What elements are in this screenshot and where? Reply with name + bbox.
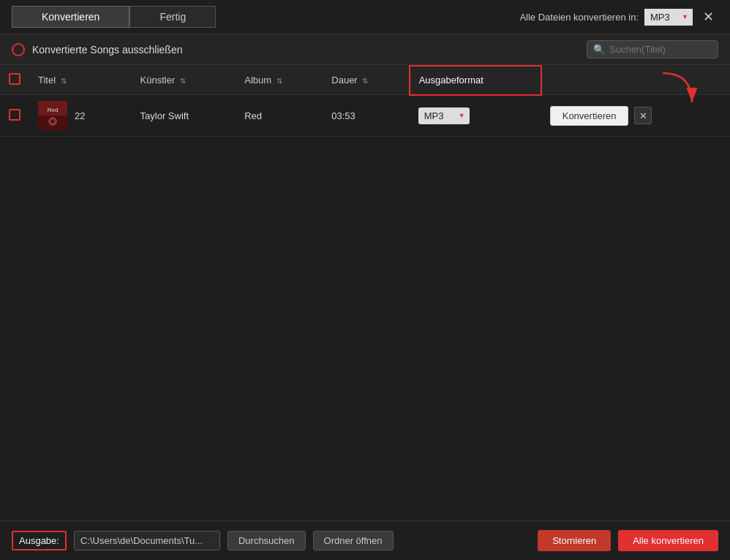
row-album-cell: Red (236, 95, 323, 137)
song-title: 22 (75, 110, 85, 121)
table-row: Red 22 Taylor Swift Red 03:53 (0, 95, 730, 137)
header-artist-col[interactable]: Künstler ⇅ (132, 66, 236, 95)
all-files-label: Alle Dateien konvertieren in: (519, 12, 639, 23)
tab-group: Konvertieren Fertig (12, 6, 216, 28)
artist-sort-icon: ⇅ (180, 77, 186, 85)
row-format-cell: MP3 AAC FLAC WAV M4A (410, 95, 541, 137)
global-format-select[interactable]: MP3 AAC FLAC WAV M4A (644, 9, 693, 26)
filter-bar: Konvertierte Songs ausschließen 🔍 (0, 34, 730, 65)
row-checkbox[interactable] (9, 109, 20, 121)
svg-point-4 (51, 120, 54, 123)
row-format-dropdown[interactable]: MP3 AAC FLAC WAV M4A (418, 107, 470, 124)
header-title-col[interactable]: Titel ⇅ (29, 66, 132, 95)
title-sort-icon: ⇅ (61, 77, 67, 85)
table-area: Titel ⇅ Künstler ⇅ Album ⇅ Dauer ⇅ Ausga… (0, 65, 730, 521)
top-bar: Konvertieren Fertig Alle Dateien konvert… (0, 0, 730, 34)
row-checkbox-cell (0, 95, 29, 137)
row-delete-button[interactable]: ✕ (634, 107, 652, 124)
close-button[interactable]: ✕ (699, 7, 718, 26)
row-format-select[interactable]: MP3 AAC FLAC WAV M4A (418, 107, 470, 124)
table-header-row: Titel ⇅ Künstler ⇅ Album ⇅ Dauer ⇅ Ausga… (0, 66, 730, 95)
convert-all-button[interactable]: Alle konvertieren (618, 530, 718, 551)
title-cell-content: Red 22 (38, 101, 123, 130)
select-all-checkbox[interactable] (9, 73, 20, 85)
cancel-button[interactable]: Stornieren (538, 530, 611, 551)
album-thumbnail: Red (38, 101, 67, 130)
filter-left: Konvertierte Songs ausschließen (12, 43, 182, 56)
exclude-icon[interactable] (12, 43, 25, 56)
header-actions-col (541, 66, 730, 95)
row-artist-cell: Taylor Swift (132, 95, 236, 137)
header-format-col: Ausgabeformat (410, 66, 541, 95)
row-convert-button[interactable]: Konvertieren (550, 106, 629, 126)
duration-sort-icon: ⇅ (362, 77, 368, 85)
album-sort-icon: ⇅ (276, 77, 282, 85)
row-title-cell: Red 22 (29, 95, 132, 137)
search-icon: 🔍 (593, 44, 605, 55)
open-folder-button[interactable]: Ordner öffnen (313, 531, 394, 550)
search-input[interactable] (609, 44, 712, 55)
exclude-label: Konvertierte Songs ausschließen (32, 44, 182, 56)
album-art-svg: Red (38, 101, 67, 130)
tab-done[interactable]: Fertig (129, 6, 216, 28)
row-actions-cell: Konvertieren ✕ (541, 95, 730, 137)
search-box: 🔍 (587, 40, 718, 58)
songs-table: Titel ⇅ Künstler ⇅ Album ⇅ Dauer ⇅ Ausga… (0, 65, 730, 137)
header-checkbox-col (0, 66, 29, 95)
actions-container: Konvertieren ✕ (550, 106, 721, 126)
global-format-dropdown[interactable]: MP3 AAC FLAC WAV M4A (644, 9, 693, 26)
header-duration-col[interactable]: Dauer ⇅ (323, 66, 409, 95)
bottom-bar: Ausgabe: Durchsuchen Ordner öffnen Storn… (0, 521, 730, 560)
tab-convert[interactable]: Konvertieren (12, 6, 129, 28)
output-path-input[interactable] (74, 531, 220, 550)
browse-button[interactable]: Durchsuchen (227, 531, 306, 550)
svg-text:Red: Red (48, 107, 59, 113)
header-album-col[interactable]: Album ⇅ (236, 66, 323, 95)
top-bar-right: Alle Dateien konvertieren in: MP3 AAC FL… (519, 7, 718, 26)
delete-icon: ✕ (639, 110, 647, 121)
output-label: Ausgabe: (12, 531, 67, 550)
row-duration-cell: 03:53 (323, 95, 409, 137)
